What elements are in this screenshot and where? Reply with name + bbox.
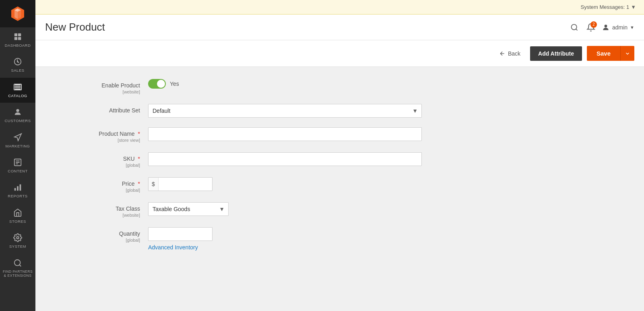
sku-row: SKU * [global] bbox=[60, 152, 422, 168]
quantity-input[interactable] bbox=[148, 227, 213, 241]
notification-badge: 2 bbox=[590, 21, 597, 28]
quantity-row: Quantity [global] Advanced Inventory bbox=[60, 227, 422, 251]
tax-class-row: Tax Class [website] None Taxable Goods ▼ bbox=[60, 202, 422, 218]
back-arrow-icon bbox=[499, 50, 506, 57]
svg-rect-6 bbox=[14, 37, 17, 40]
sku-scope: [global] bbox=[60, 163, 140, 168]
enable-product-toggle[interactable] bbox=[148, 79, 166, 89]
sidebar-item-customers[interactable]: CUSTOMERS bbox=[0, 103, 35, 128]
quantity-control: Advanced Inventory bbox=[148, 227, 422, 251]
sidebar-item-find-partners[interactable]: FIND PARTNERS & EXTENSIONS bbox=[0, 254, 35, 282]
price-input[interactable] bbox=[159, 178, 212, 191]
svg-point-16 bbox=[14, 259, 21, 265]
price-required: * bbox=[138, 180, 140, 187]
sidebar-item-label-dashboard: DASHBOARD bbox=[5, 43, 31, 48]
notification-button[interactable]: 2 bbox=[586, 23, 595, 32]
sidebar-item-label-system: SYSTEM bbox=[9, 244, 26, 249]
form-content: Enable Product [website] Yes Att bbox=[35, 67, 644, 311]
tax-class-label: Tax Class [website] bbox=[60, 202, 148, 218]
sidebar-item-dashboard[interactable]: DASHBOARD bbox=[0, 27, 35, 52]
svg-point-15 bbox=[17, 236, 19, 239]
sidebar-item-label-customers: CUSTOMERS bbox=[4, 118, 31, 123]
toolbar: Back Add Attribute Save bbox=[35, 40, 644, 67]
enable-product-label: Enable Product [website] bbox=[60, 79, 148, 94]
save-button[interactable]: Save bbox=[587, 46, 620, 61]
tax-class-scope: [website] bbox=[60, 213, 140, 218]
product-name-row: Product Name * [store view] bbox=[60, 127, 422, 143]
svg-point-10 bbox=[16, 109, 19, 112]
svg-rect-5 bbox=[18, 33, 21, 36]
toggle-yes-label: Yes bbox=[170, 81, 179, 87]
back-button[interactable]: Back bbox=[494, 47, 525, 60]
price-control: $ bbox=[148, 177, 422, 191]
sku-control bbox=[148, 152, 422, 166]
currency-symbol: $ bbox=[149, 178, 159, 191]
search-icon bbox=[570, 23, 578, 31]
sidebar-item-system[interactable]: SYSTEM bbox=[0, 228, 35, 253]
advanced-inventory-link[interactable]: Advanced Inventory bbox=[148, 244, 198, 251]
main-content: System Messages: 1 ▼ New Product 2 admi bbox=[35, 0, 644, 311]
logo[interactable] bbox=[0, 0, 35, 27]
svg-rect-13 bbox=[17, 187, 19, 191]
sidebar-item-stores[interactable]: STORES bbox=[0, 203, 35, 228]
sidebar-item-reports[interactable]: REPORTS bbox=[0, 178, 35, 203]
enable-product-scope: [website] bbox=[60, 89, 140, 94]
attribute-set-select[interactable]: Default Custom bbox=[148, 104, 422, 118]
sidebar-item-sales[interactable]: SALES bbox=[0, 52, 35, 77]
toggle-row: Yes bbox=[148, 79, 422, 89]
price-input-wrapper: $ bbox=[148, 177, 213, 191]
sku-input[interactable] bbox=[148, 152, 422, 166]
svg-point-18 bbox=[571, 24, 576, 29]
svg-rect-4 bbox=[14, 33, 17, 36]
dropdown-arrow-icon[interactable]: ▼ bbox=[631, 4, 636, 10]
user-name: admin bbox=[612, 24, 627, 31]
add-attribute-button[interactable]: Add Attribute bbox=[530, 46, 582, 61]
product-form: Enable Product [website] Yes Att bbox=[60, 79, 620, 251]
attribute-set-control: Default Custom ▼ bbox=[148, 104, 422, 118]
price-label: Price * [global] bbox=[60, 177, 148, 193]
price-scope: [global] bbox=[60, 188, 140, 193]
product-name-label: Product Name * [store view] bbox=[60, 127, 148, 143]
sku-required: * bbox=[138, 156, 140, 162]
tax-class-select-wrapper: None Taxable Goods ▼ bbox=[148, 202, 229, 216]
sidebar: DASHBOARD SALES CATALOG CUSTOMERS MARKET… bbox=[0, 0, 35, 311]
page-header: New Product 2 admin ▼ bbox=[35, 15, 644, 40]
back-label: Back bbox=[508, 50, 520, 57]
sidebar-item-label-find-partners: FIND PARTNERS & EXTENSIONS bbox=[2, 270, 34, 278]
attribute-set-label: Attribute Set bbox=[60, 104, 148, 114]
svg-rect-12 bbox=[14, 188, 16, 191]
product-name-input[interactable] bbox=[148, 127, 422, 141]
search-button[interactable] bbox=[569, 22, 580, 33]
sidebar-item-label-reports: REPORTS bbox=[8, 194, 27, 198]
page-title: New Product bbox=[45, 21, 105, 33]
chevron-down-icon bbox=[625, 51, 630, 56]
sidebar-item-label-marketing: MARKETING bbox=[6, 144, 30, 148]
product-name-required: * bbox=[138, 131, 140, 137]
tax-class-select[interactable]: None Taxable Goods bbox=[148, 202, 229, 216]
enable-product-control: Yes bbox=[148, 79, 422, 89]
sidebar-item-marketing[interactable]: MARKETING bbox=[0, 128, 35, 153]
svg-point-20 bbox=[605, 25, 607, 27]
sidebar-item-catalog[interactable]: CATALOG bbox=[0, 78, 35, 103]
svg-line-17 bbox=[19, 265, 21, 266]
save-dropdown-button[interactable] bbox=[620, 46, 634, 61]
svg-line-19 bbox=[576, 29, 578, 30]
system-messages-link[interactable]: System Messages: 1 bbox=[580, 4, 629, 10]
user-menu[interactable]: admin ▼ bbox=[602, 23, 634, 31]
quantity-scope: [global] bbox=[60, 238, 140, 243]
user-avatar-icon bbox=[602, 23, 610, 31]
user-dropdown-arrow: ▼ bbox=[630, 25, 634, 30]
svg-rect-14 bbox=[20, 185, 21, 191]
header-actions: 2 admin ▼ bbox=[569, 22, 634, 33]
enable-product-row: Enable Product [website] Yes bbox=[60, 79, 422, 94]
quantity-label: Quantity [global] bbox=[60, 227, 148, 243]
sku-label: SKU * [global] bbox=[60, 152, 148, 168]
sidebar-item-content[interactable]: CONTENT bbox=[0, 153, 35, 178]
tax-class-control: None Taxable Goods ▼ bbox=[148, 202, 422, 216]
sidebar-item-label-catalog: CATALOG bbox=[8, 93, 27, 98]
sidebar-item-label-sales: SALES bbox=[11, 68, 24, 73]
price-row: Price * [global] $ bbox=[60, 177, 422, 193]
product-name-scope: [store view] bbox=[60, 138, 140, 143]
attribute-set-select-wrapper: Default Custom ▼ bbox=[148, 104, 422, 118]
svg-rect-7 bbox=[18, 37, 21, 40]
